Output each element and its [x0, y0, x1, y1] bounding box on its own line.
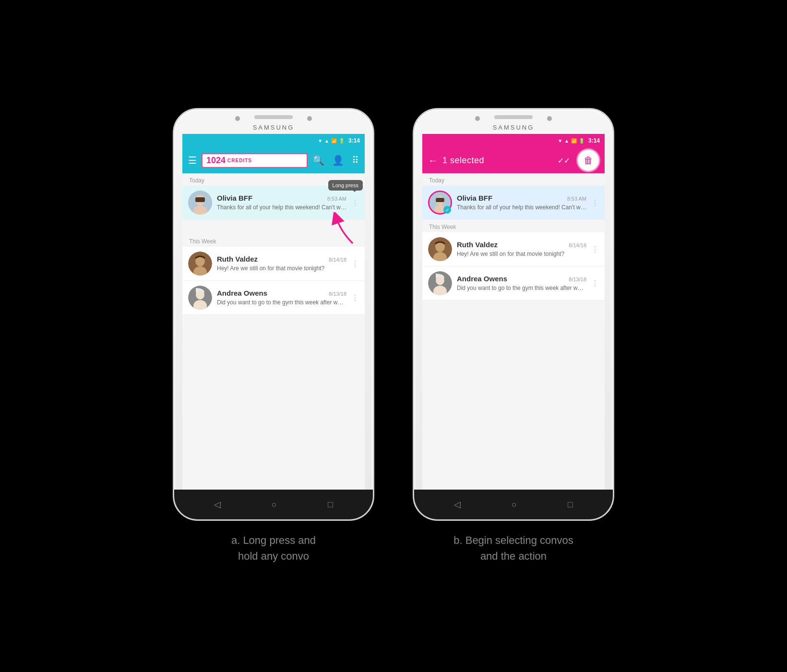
grid-icon-a[interactable]: ⠿	[352, 155, 359, 166]
more-dots-ruth-b[interactable]: ⋮	[591, 245, 599, 254]
selected-text-b: 1 selected	[442, 156, 553, 166]
credits-label: CREDITS	[227, 158, 252, 163]
more-dots-olivia-a[interactable]: ⋮	[351, 199, 359, 207]
back-btn-b[interactable]: ◁	[454, 499, 461, 510]
avatar-andrea-a	[188, 286, 212, 310]
convo-preview-olivia-a: Thanks for all of your help this weekend…	[217, 204, 346, 212]
caption-a: a. Long press andhold any convo	[231, 532, 316, 564]
convo-header-andrea-b: Andrea Owens 8/13/18	[457, 275, 586, 283]
convo-preview-ruth-b: Hey! Are we still on for that movie toni…	[457, 250, 586, 258]
more-dots-andrea-b[interactable]: ⋮	[591, 279, 599, 288]
convo-time-olivia-a: 8:53 AM	[327, 196, 346, 202]
caption-b: b. Begin selecting convosand the action	[453, 532, 573, 564]
avatar-olivia-a	[188, 191, 212, 215]
phone-a: SAMSUNG ▼ ▲ 📶 🔋 3:14	[173, 108, 374, 521]
content-area-a: Today	[182, 173, 365, 490]
phone-a-wrapper: SAMSUNG ▼ ▲ 📶 🔋 3:14	[173, 108, 374, 564]
status-time-b: 3:14	[588, 137, 600, 144]
more-dots-andrea-a[interactable]: ⋮	[351, 293, 359, 302]
status-bar-b: ▼ ▲ 📶 🔋 3:14	[422, 134, 605, 147]
convo-time-ruth-a: 8/14/18	[329, 257, 346, 263]
app-bar-a: ☰ 1024 CREDITS 🔍 👤 ⠿	[182, 147, 365, 173]
bar-icons-a: 🔍 👤 ⠿	[312, 155, 359, 166]
convo-content-olivia-a: Olivia BFF 8:53 AM Thanks for all of you…	[217, 194, 346, 212]
svg-rect-3	[195, 197, 205, 202]
convo-andrea-a[interactable]: Andrea Owens 8/13/18 Did you want to go …	[182, 281, 365, 315]
app-bar-b: ← 1 selected ✓✓ 🗑	[422, 147, 605, 173]
phone-b-top-bezel: SAMSUNG	[414, 109, 613, 134]
more-menu-olivia-a[interactable]: ⋮ Long press	[351, 198, 359, 207]
phone-a-top-bezel: SAMSUNG	[174, 109, 373, 134]
tooltip-olivia-a: Long press	[328, 180, 363, 191]
search-icon-a[interactable]: 🔍	[312, 155, 324, 166]
convo-ruth-b[interactable]: Ruth Valdez 8/14/18 Hey! Are we still on…	[422, 232, 605, 266]
avatar-andrea-b	[428, 271, 452, 295]
convo-header-andrea-a: Andrea Owens 8/13/18	[217, 289, 346, 297]
convo-name-olivia-b: Olivia BFF	[457, 194, 492, 202]
phone-b-wrapper: SAMSUNG ▼ ▲ 📶 🔋 3:14	[413, 108, 614, 564]
home-btn-b[interactable]: ○	[512, 500, 517, 510]
convo-name-ruth-a: Ruth Valdez	[217, 255, 258, 263]
convo-olivia-a[interactable]: Olivia BFF 8:53 AM Thanks for all of you…	[182, 186, 365, 220]
convo-header-olivia-b: Olivia BFF 8:53 AM	[457, 194, 586, 202]
convo-header-ruth-a: Ruth Valdez 8/14/18	[217, 255, 346, 263]
convo-content-ruth-b: Ruth Valdez 8/14/18 Hey! Are we still on…	[457, 240, 586, 258]
brand-label-b: SAMSUNG	[493, 124, 535, 131]
convo-olivia-b[interactable]: ✓ Olivia BFF 8:53 AM Thanks for all of y…	[422, 186, 605, 220]
menu-icon-a[interactable]: ☰	[188, 155, 197, 166]
phones-row: SAMSUNG ▼ ▲ 📶 🔋 3:14	[173, 108, 614, 564]
front-camera-left	[235, 116, 240, 121]
convo-header-ruth-b: Ruth Valdez 8/14/18	[457, 240, 586, 249]
convo-content-olivia-b: Olivia BFF 8:53 AM Thanks for all of you…	[457, 194, 586, 212]
phone-b-bottom-nav: ◁ ○ □	[414, 490, 613, 519]
brand-label-a: SAMSUNG	[253, 124, 295, 131]
check-all-icon-b[interactable]: ✓✓	[558, 156, 570, 165]
recents-btn-b[interactable]: □	[568, 500, 573, 510]
more-dots-olivia-b[interactable]: ⋮	[591, 198, 599, 207]
phone-b: SAMSUNG ▼ ▲ 📶 🔋 3:14	[413, 108, 614, 521]
delete-icon-b: 🗑	[584, 155, 593, 166]
status-icons-b: ▼ ▲ 📶 🔋 3:14	[558, 137, 600, 144]
phone-a-bottom-nav: ◁ ○ □	[174, 490, 373, 519]
credits-number: 1024	[206, 156, 226, 166]
home-btn-a[interactable]: ○	[272, 500, 277, 510]
more-dots-ruth-a[interactable]: ⋮	[351, 259, 359, 268]
front-camera-right-b	[547, 116, 552, 121]
recents-btn-a[interactable]: □	[328, 500, 333, 510]
speaker	[254, 115, 293, 119]
convo-content-andrea-a: Andrea Owens 8/13/18 Did you want to go …	[217, 289, 346, 307]
phone-b-screen: ▼ ▲ 📶 🔋 3:14 ← 1 selected ✓✓	[422, 134, 605, 490]
convo-header-olivia-a: Olivia BFF 8:53 AM	[217, 194, 346, 202]
section-this-week-b: This Week	[422, 220, 605, 232]
avatar-ruth-b	[428, 237, 452, 261]
convo-ruth-a[interactable]: Ruth Valdez 8/14/18 Hey! Are we still on…	[182, 247, 365, 281]
convo-name-andrea-a: Andrea Owens	[217, 289, 267, 297]
convo-content-ruth-a: Ruth Valdez 8/14/18 Hey! Are we still on…	[217, 255, 346, 273]
convo-preview-andrea-a: Did you want to go to the gym this week …	[217, 299, 346, 307]
svg-rect-13	[436, 198, 444, 202]
selected-check-olivia-b: ✓	[443, 206, 451, 214]
back-icon-b[interactable]: ←	[428, 155, 438, 166]
convo-preview-andrea-b: Did you want to go to the gym this week …	[457, 284, 586, 292]
speaker-b	[494, 115, 533, 119]
status-icons-a: ▼ ▲ 📶 🔋 3:14	[318, 137, 360, 144]
page: SAMSUNG ▼ ▲ 📶 🔋 3:14	[0, 0, 787, 672]
credits-badge: 1024 CREDITS	[202, 153, 308, 168]
bar-icons-b: ✓✓ 🗑	[558, 150, 599, 171]
content-area-b: Today	[422, 173, 605, 490]
convo-preview-ruth-a: Hey! Are we still on for that movie toni…	[217, 264, 346, 273]
section-today-b: Today	[422, 173, 605, 186]
status-bar-a: ▼ ▲ 📶 🔋 3:14	[182, 134, 365, 147]
convo-content-andrea-b: Andrea Owens 8/13/18 Did you want to go …	[457, 275, 586, 292]
avatar-ruth-a	[188, 252, 212, 276]
phone-a-screen: ▼ ▲ 📶 🔋 3:14 ☰ 1024 CREDITS	[182, 134, 365, 490]
back-btn-a[interactable]: ◁	[214, 499, 221, 510]
delete-button-b[interactable]: 🗑	[578, 150, 599, 171]
front-camera-left-b	[475, 116, 480, 121]
convo-andrea-b[interactable]: Andrea Owens 8/13/18 Did you want to go …	[422, 266, 605, 300]
status-time-a: 3:14	[348, 137, 360, 144]
avatar-container-olivia-b: ✓	[428, 191, 452, 215]
convo-preview-olivia-b: Thanks for all of your help this weekend…	[457, 204, 586, 212]
pink-arrow	[326, 212, 360, 246]
contacts-icon-a[interactable]: 👤	[332, 155, 344, 166]
